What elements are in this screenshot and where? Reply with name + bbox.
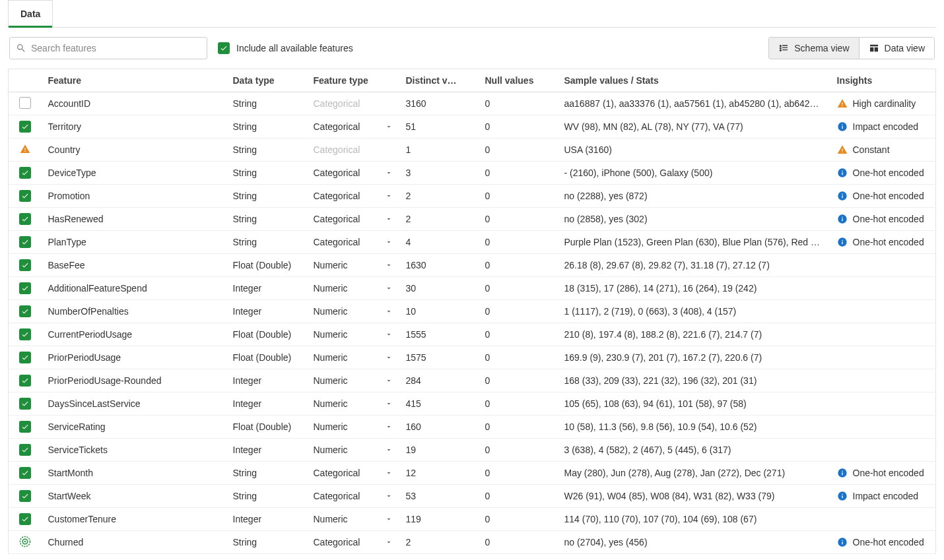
table-row[interactable]: NumberOfPenalties Integer Numeric 10 0 1… (9, 300, 936, 323)
feature-type-select[interactable]: Numeric (314, 260, 393, 270)
row-checkbox[interactable] (19, 259, 31, 271)
sample-values: no (2704), yes (456) (558, 531, 830, 554)
row-checkbox[interactable] (19, 513, 31, 525)
col-header-insights[interactable]: Insights (830, 69, 936, 92)
table-row[interactable]: DaysSinceLastService Integer Numeric 415… (9, 392, 936, 416)
table-row[interactable]: ServiceTickets Integer Numeric 19 0 3 (6… (9, 439, 936, 462)
table-row[interactable]: PriorPeriodUsage Float (Double) Numeric … (9, 346, 936, 369)
row-checkbox[interactable] (19, 444, 31, 456)
table-row[interactable]: CustomerTenure Integer Numeric 119 0 114… (9, 508, 936, 531)
feature-type-select[interactable]: Categorical (314, 237, 393, 247)
distinct-values: 1555 (399, 323, 479, 346)
feature-name: StartWeek (42, 485, 226, 508)
feature-type-select[interactable]: Numeric (314, 514, 393, 524)
col-header-distinct[interactable]: Distinct v… (399, 69, 479, 92)
sample-values: 105 (65), 108 (63), 94 (61), 101 (58), 9… (558, 392, 830, 416)
feature-type-select[interactable]: Categorical (314, 214, 393, 224)
table-row[interactable]: Country String Categorical 1 0 USA (3160… (9, 139, 936, 162)
row-checkbox[interactable] (19, 167, 31, 179)
insights-cell (830, 439, 936, 462)
sample-values: 168 (33), 209 (33), 221 (32), 196 (32), … (558, 369, 830, 392)
table-row[interactable]: AccountID String Categorical 3160 0 aa16… (9, 92, 936, 115)
table-row[interactable]: Promotion String Categorical 2 0 no (228… (9, 185, 936, 208)
col-header-featuretype[interactable]: Feature type (307, 69, 399, 92)
insight-label: One-hot encoded (853, 168, 924, 178)
feature-type-select[interactable]: Categorical (314, 191, 393, 201)
table-row[interactable]: AdditionalFeatureSpend Integer Numeric 3… (9, 277, 936, 300)
null-values: 0 (479, 416, 558, 439)
feature-type-select[interactable]: Categorical (314, 121, 393, 132)
null-values: 0 (479, 254, 558, 277)
check-icon (220, 44, 228, 52)
col-header-datatype[interactable]: Data type (226, 69, 307, 92)
col-header-feature[interactable]: Feature (42, 69, 226, 92)
table-row[interactable]: PlanType String Categorical 4 0 Purple P… (9, 231, 936, 254)
row-checkbox[interactable] (19, 328, 31, 340)
feature-type-select[interactable]: Categorical (314, 537, 393, 547)
row-checkbox[interactable] (19, 121, 31, 133)
table-row[interactable]: HasRenewed String Categorical 2 0 no (28… (9, 208, 936, 231)
row-checkbox[interactable] (19, 467, 31, 479)
table-row[interactable]: Churned String Categorical 2 0 no (2704)… (9, 531, 936, 554)
data-view-button[interactable]: Data view (859, 38, 934, 59)
row-checkbox[interactable] (19, 305, 31, 317)
include-all-label: Include all available features (236, 43, 353, 53)
data-view-icon (869, 43, 879, 53)
chevron-down-icon (385, 215, 393, 223)
null-values: 0 (479, 300, 558, 323)
insights-cell (830, 254, 936, 277)
data-type: Float (Double) (226, 416, 307, 439)
chevron-down-icon (385, 354, 393, 361)
feature-type-select[interactable]: Numeric (314, 352, 393, 363)
row-checkbox[interactable] (19, 97, 31, 109)
feature-type-select[interactable]: Numeric (314, 375, 393, 386)
feature-type-select[interactable]: Numeric (314, 283, 393, 294)
table-row[interactable]: CurrentPeriodUsage Float (Double) Numeri… (9, 323, 936, 346)
feature-type-select[interactable]: Numeric (314, 398, 393, 409)
row-checkbox[interactable] (19, 213, 31, 225)
feature-name: StartMonth (42, 462, 226, 485)
data-type: Integer (226, 508, 307, 531)
null-values: 0 (479, 392, 558, 416)
check-icon (21, 423, 29, 431)
chevron-down-icon (385, 400, 393, 408)
warning-icon (837, 144, 848, 155)
col-header-sample[interactable]: Sample values / Stats (558, 69, 830, 92)
table-row[interactable]: DeviceType String Categorical 3 0 - (216… (9, 162, 936, 185)
search-input[interactable] (9, 37, 207, 59)
feature-type-select[interactable]: Numeric (314, 329, 393, 340)
distinct-values: 284 (399, 369, 479, 392)
table-row[interactable]: BaseFee Float (Double) Numeric 1630 0 26… (9, 254, 936, 277)
row-checkbox[interactable] (19, 421, 31, 433)
col-header-null[interactable]: Null values (479, 69, 558, 92)
distinct-values: 3160 (399, 92, 479, 115)
row-checkbox[interactable] (19, 375, 31, 387)
check-icon (21, 377, 29, 385)
feature-type-select[interactable]: Categorical (314, 168, 393, 178)
table-row[interactable]: ServiceRating Float (Double) Numeric 160… (9, 416, 936, 439)
include-all-checkbox[interactable] (218, 42, 230, 54)
feature-type-select[interactable]: Categorical (314, 491, 393, 501)
table-row[interactable]: Territory String Categorical 51 0 WV (98… (9, 115, 936, 139)
row-checkbox[interactable] (19, 352, 31, 363)
tab-data[interactable]: Data (8, 0, 53, 27)
table-row[interactable]: PriorPeriodUsage-Rounded Integer Numeric… (9, 369, 936, 392)
include-all-checkbox-wrapper[interactable]: Include all available features (218, 42, 353, 54)
feature-type-select[interactable]: Numeric (314, 445, 393, 455)
table-row[interactable]: StartWeek String Categorical 53 0 W26 (9… (9, 485, 936, 508)
schema-view-button[interactable]: Schema view (769, 38, 858, 59)
feature-type-select[interactable]: Categorical (314, 468, 393, 478)
row-checkbox[interactable] (19, 282, 31, 294)
sample-values: WV (98), MN (82), AL (78), NY (77), VA (… (558, 115, 830, 139)
feature-type-select[interactable]: Numeric (314, 421, 393, 432)
table-row[interactable]: StartMonth String Categorical 12 0 May (… (9, 462, 936, 485)
row-checkbox[interactable] (19, 236, 31, 248)
feature-name: PriorPeriodUsage (42, 346, 226, 369)
row-checkbox[interactable] (19, 490, 31, 502)
null-values: 0 (479, 346, 558, 369)
row-checkbox[interactable] (19, 190, 31, 202)
check-icon (21, 469, 29, 477)
table-header-row: Feature Data type Feature type Distinct … (9, 69, 936, 92)
feature-type-select[interactable]: Numeric (314, 306, 393, 317)
row-checkbox[interactable] (19, 398, 31, 410)
